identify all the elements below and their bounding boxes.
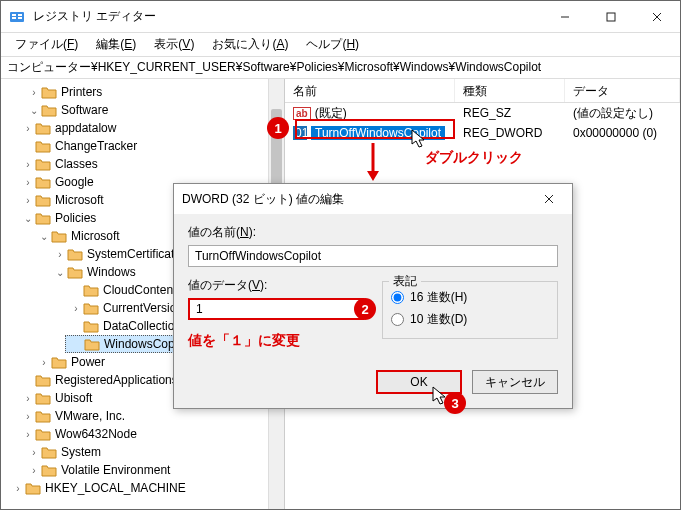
titlebar: レジストリ エディター [1,1,680,33]
tree-item[interactable]: Volatile Environment [61,463,170,477]
tree-item[interactable]: Power [71,355,105,369]
radio-dec-input[interactable] [391,313,404,326]
value-name-label: 値の名前(N): [188,224,558,241]
base-group: 表記 16 進数(H) 10 進数(D) [382,281,558,339]
tree-item[interactable]: Policies [55,211,96,225]
tree-item[interactable]: Wow6432Node [55,427,137,441]
window-title: レジストリ エディター [33,8,542,25]
col-type[interactable]: 種類 [455,79,565,102]
menubar: ファイル(F) 編集(E) 表示(V) お気に入り(A) ヘルプ(H) [1,33,680,57]
tree-item[interactable]: RegisteredApplications [55,373,178,387]
menu-help[interactable]: ヘルプ(H) [298,34,367,55]
cancel-button[interactable]: キャンセル [472,370,558,394]
tree-item[interactable]: CloudContent [103,283,176,297]
address-bar[interactable]: コンピューター¥HKEY_CURRENT_USER¥Software¥Polic… [1,57,680,79]
svg-rect-1 [12,14,16,16]
minimize-button[interactable] [542,1,588,33]
maximize-button[interactable] [588,1,634,33]
tree-item[interactable]: Google [55,175,94,189]
tree-item[interactable]: CurrentVersion [103,301,183,315]
tree-item[interactable]: ChangeTracker [55,139,137,153]
tree-item[interactable]: Printers [61,85,102,99]
dialog-title: DWORD (32 ビット) 値の編集 [182,191,534,208]
svg-rect-4 [18,17,22,19]
list-row-selected[interactable]: 011TurnOffWindowsCopilot REG_DWORD 0x000… [285,123,680,143]
radio-dec[interactable]: 10 進数(D) [391,308,549,330]
edit-dword-dialog: DWORD (32 ビット) 値の編集 値の名前(N): 値のデータ(V): 2… [173,183,573,409]
value-data-label: 値のデータ(V): [188,277,364,294]
tree-item[interactable]: Ubisoft [55,391,92,405]
menu-edit[interactable]: 編集(E) [88,34,144,55]
tree-item[interactable]: Classes [55,157,98,171]
list-header: 名前 種類 データ [285,79,680,103]
value-name-field[interactable] [188,245,558,267]
svg-rect-2 [12,17,16,19]
tree-item[interactable]: Windows [87,265,136,279]
value-data-field[interactable] [188,298,364,320]
string-icon: ab [293,107,311,120]
regedit-icon [9,9,25,25]
svg-rect-3 [18,14,22,16]
dword-icon: 011 [293,126,307,140]
tree-item[interactable]: HKEY_LOCAL_MACHINE [45,481,186,495]
close-button[interactable] [634,1,680,33]
tree-item[interactable]: VMware, Inc. [55,409,125,423]
tree-item[interactable]: appdatalow [55,121,116,135]
dialog-close-button[interactable] [534,184,564,214]
radio-hex-input[interactable] [391,291,404,304]
col-data[interactable]: データ [565,79,680,102]
tree-item[interactable]: Microsoft [55,193,104,207]
annotation-text-change: 値を「１」に変更 [188,332,364,350]
menu-file[interactable]: ファイル(F) [7,34,86,55]
menu-view[interactable]: 表示(V) [146,34,202,55]
tree-item[interactable]: DataCollection [103,319,181,333]
svg-rect-6 [607,13,615,21]
tree-item[interactable]: Software [61,103,108,117]
tree-item[interactable]: Microsoft [71,229,120,243]
menu-favorites[interactable]: お気に入り(A) [204,34,296,55]
base-legend: 表記 [389,273,421,290]
col-name[interactable]: 名前 [285,79,455,102]
ok-button[interactable]: OK [376,370,462,394]
tree-item[interactable]: System [61,445,101,459]
svg-text:011: 011 [295,126,307,140]
list-row[interactable]: ab(既定) REG_SZ (値の設定なし) [285,103,680,123]
